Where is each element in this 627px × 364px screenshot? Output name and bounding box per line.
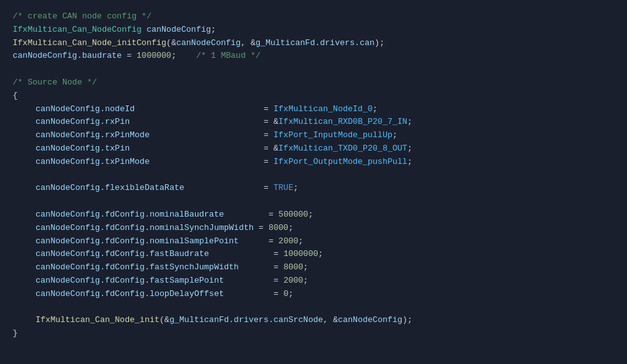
code-line-16: canNodeConfig . fdConfig . nominalBaudra…: [13, 208, 614, 222]
code-line-11: canNodeConfig . txPin = & IfxMultican_TX…: [13, 142, 614, 156]
comment-source-node: /* Source Node */: [13, 76, 97, 90]
code-line-9: canNodeConfig . rxPin = & IfxMultican_RX…: [13, 116, 614, 129]
code-line-15: [13, 195, 614, 208]
code-line-22: canNodeConfig . fdConfig . loopDelayOffs…: [13, 288, 614, 301]
code-line-7: {: [13, 90, 614, 103]
code-line-18: canNodeConfig . fdConfig . nominalSample…: [13, 235, 614, 248]
code-line-19: canNodeConfig . fdConfig . fastBaudrate …: [13, 248, 614, 261]
comment-create-can: /* create CAN node config */: [13, 10, 151, 24]
func-node-init: IfxMultican_Can_Node_init: [36, 314, 159, 327]
code-line-23: [13, 301, 614, 314]
code-line-4: canNodeConfig . baudrate = 1000000 ; /* …: [13, 50, 614, 63]
code-line-1: /* create CAN node config */: [13, 10, 614, 24]
func-initconfig: IfxMultican_Can_Node_initConfig: [13, 37, 166, 50]
code-line-20: canNodeConfig . fdConfig . fastSynchJump…: [13, 261, 614, 274]
code-line-12: canNodeConfig . txPinMode = IfxPort_Outp…: [13, 156, 614, 169]
code-line-14: canNodeConfig . flexibleDataRate = TRUE …: [13, 182, 614, 195]
var-cannodeconfig: canNodeConfig: [147, 24, 211, 37]
type-nodeconfig: IfxMultican_Can_NodeConfig: [13, 24, 142, 37]
code-line-10: canNodeConfig . rxPinMode = IfxPort_Inpu…: [13, 129, 614, 142]
code-line-13: [13, 169, 614, 182]
code-line-17: canNodeConfig . fdConfig . nominalSynchJ…: [13, 222, 614, 235]
code-line-2: IfxMultican_Can_NodeConfig canNodeConfig…: [13, 24, 614, 37]
code-line-6: /* Source Node */: [13, 76, 614, 90]
code-line-3: IfxMultican_Can_Node_initConfig ( & canN…: [13, 37, 614, 50]
code-line-24: IfxMultican_Can_Node_init ( & g_Multican…: [13, 314, 614, 327]
code-editor: /* create CAN node config */ IfxMultican…: [0, 0, 627, 364]
code-line-25: }: [13, 327, 614, 340]
code-line-8: canNodeConfig . nodeId = IfxMultican_Nod…: [13, 103, 614, 116]
code-line-5: [13, 63, 614, 76]
code-line-21: canNodeConfig . fdConfig . fastSamplePoi…: [13, 274, 614, 288]
